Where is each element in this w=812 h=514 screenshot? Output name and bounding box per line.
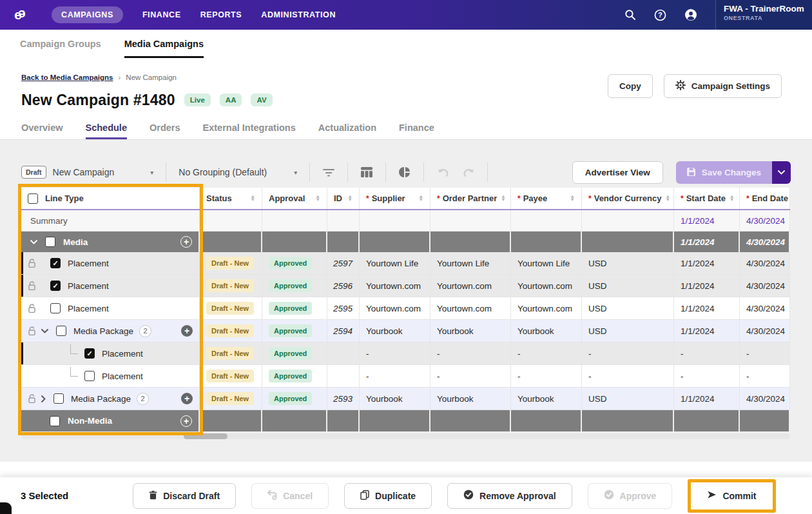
vendor-currency-cell[interactable]: USD: [582, 275, 674, 297]
nav-reports[interactable]: REPORTS: [200, 10, 242, 19]
sort-icon[interactable]: ▲▼: [415, 195, 423, 201]
grid-row-child-placement[interactable]: ✓ Placement Draft - New Approved - - - -…: [21, 342, 790, 365]
col-header-start-date[interactable]: *Start Date▲▼: [674, 188, 740, 209]
commit-button[interactable]: Commit: [691, 483, 771, 509]
start-date-cell[interactable]: 1/1/2024: [674, 252, 740, 274]
order-partner-cell[interactable]: -: [430, 342, 511, 364]
col-header-supplier[interactable]: *Supplier▲▼: [360, 188, 430, 209]
col-header-id[interactable]: ID▲▼: [327, 188, 360, 209]
order-partner-cell[interactable]: Yourtown.com: [430, 275, 511, 297]
vendor-currency-cell[interactable]: USD: [582, 320, 674, 342]
media-group-row[interactable]: Media + 1/1/2024 4/30/2024: [21, 232, 790, 252]
approval-cell[interactable]: Approved: [262, 365, 327, 387]
grouping-select[interactable]: No Grouping (Default) ▾: [172, 167, 304, 177]
scrollbar-thumb[interactable]: [184, 433, 227, 439]
help-icon[interactable]: ?: [654, 9, 666, 21]
col-header-end-date[interactable]: *End Date: [740, 188, 790, 209]
order-partner-cell[interactable]: Yourbook: [430, 388, 511, 410]
chevron-right-icon[interactable]: [41, 395, 46, 402]
supplier-cell[interactable]: Yourtown Life: [360, 252, 430, 274]
supplier-cell[interactable]: Yourtown.com: [360, 275, 430, 297]
tab-orders[interactable]: Orders: [150, 123, 180, 139]
start-date-cell[interactable]: 1/1/2024: [674, 320, 740, 342]
grid-row-placement-2597[interactable]: ✓ Placement Draft - New Approved 2597 Yo…: [21, 252, 790, 275]
approval-cell[interactable]: Approved: [262, 252, 327, 274]
payee-cell[interactable]: -: [511, 342, 582, 364]
remove-approval-button[interactable]: Remove Approval: [447, 483, 572, 509]
select-all-checkbox[interactable]: [28, 193, 38, 204]
row-checkbox[interactable]: [53, 393, 64, 404]
sort-icon[interactable]: ▲▼: [344, 195, 353, 201]
copy-button[interactable]: Copy: [608, 74, 653, 98]
add-line-icon[interactable]: +: [180, 415, 192, 427]
row-checkbox[interactable]: ✓: [50, 281, 61, 291]
supplier-cell[interactable]: Yourbook: [360, 388, 430, 410]
discard-draft-button[interactable]: Discard Draft: [133, 483, 236, 509]
col-header-payee[interactable]: *Payee▲▼: [511, 188, 582, 209]
payee-cell[interactable]: -: [511, 365, 582, 387]
vendor-currency-cell[interactable]: USD: [582, 297, 674, 319]
add-line-icon[interactable]: +: [181, 325, 193, 337]
filter-icon[interactable]: [316, 162, 342, 183]
pie-chart-icon[interactable]: [392, 162, 418, 183]
user-profile-icon[interactable]: [684, 8, 697, 21]
app-logo-icon[interactable]: ee: [14, 7, 40, 23]
grid-row-media-package-2594[interactable]: Media Package 2 + Draft - New Approved 2…: [21, 320, 790, 342]
order-partner-cell[interactable]: -: [430, 365, 511, 387]
payee-cell[interactable]: Yourbook: [511, 320, 582, 342]
advertiser-view-button[interactable]: Advertiser View: [572, 161, 663, 184]
save-changes-button[interactable]: Save Changes: [676, 161, 772, 184]
nav-administration[interactable]: ADMINISTRATION: [261, 10, 336, 19]
tab-external-integrations[interactable]: External Integrations: [203, 123, 296, 139]
status-cell[interactable]: Draft - New: [200, 297, 262, 319]
approval-cell[interactable]: Approved: [262, 388, 327, 410]
approval-cell[interactable]: Approved: [262, 342, 327, 364]
payee-cell[interactable]: Yourbook: [511, 388, 582, 410]
order-partner-cell[interactable]: Yourbook: [430, 320, 511, 342]
row-checkbox[interactable]: [56, 326, 66, 336]
approval-cell[interactable]: Approved: [262, 275, 327, 297]
save-options-dropdown[interactable]: [772, 161, 791, 184]
end-date-cell[interactable]: 4/30/2024: [740, 297, 790, 319]
start-date-cell[interactable]: 1/1/2024: [674, 275, 740, 297]
payee-cell[interactable]: Yourtown.com: [511, 297, 582, 319]
search-icon[interactable]: [624, 9, 636, 21]
vendor-currency-cell[interactable]: USD: [582, 252, 674, 274]
col-header-line-type[interactable]: Line Type: [21, 188, 200, 209]
col-header-status[interactable]: Status▲▼: [200, 188, 262, 209]
end-date-cell[interactable]: 4/30/2024: [740, 275, 790, 297]
status-cell[interactable]: Draft - New: [200, 365, 262, 387]
order-partner-cell[interactable]: Yourtown.com: [430, 297, 511, 319]
chevron-down-icon[interactable]: [41, 329, 48, 333]
nav-finance[interactable]: FINANCE: [142, 10, 181, 19]
supplier-cell[interactable]: -: [360, 365, 430, 387]
sort-icon[interactable]: ▲▼: [312, 195, 320, 201]
columns-icon[interactable]: [354, 162, 380, 183]
add-line-icon[interactable]: +: [181, 393, 193, 404]
start-date-cell[interactable]: 1/1/2024: [674, 297, 740, 319]
end-date-cell[interactable]: 4/30/2024: [740, 252, 790, 274]
sort-icon[interactable]: ▲▼: [497, 195, 505, 201]
non-media-group-checkbox[interactable]: [50, 416, 60, 426]
nav-campaigns[interactable]: CAMPAIGNS: [52, 6, 123, 23]
end-date-cell[interactable]: -: [740, 365, 790, 387]
status-cell[interactable]: Draft - New: [200, 388, 262, 410]
payee-cell[interactable]: Yourtown Life: [511, 252, 582, 274]
tab-media-campaigns[interactable]: Media Campaigns: [124, 39, 204, 58]
col-header-approval[interactable]: Approval▲▼: [262, 188, 327, 209]
sort-icon[interactable]: ▲▼: [566, 195, 575, 201]
sort-icon[interactable]: ▲▼: [661, 195, 670, 201]
row-checkbox[interactable]: [84, 371, 95, 381]
col-header-vendor-currency[interactable]: *Vendor Currency▲▼: [582, 188, 674, 209]
status-cell[interactable]: Draft - New: [200, 275, 262, 297]
media-group-checkbox[interactable]: [45, 237, 55, 247]
start-date-cell[interactable]: 1/1/2024: [674, 388, 740, 410]
end-date-cell[interactable]: 4/30/2024: [740, 388, 790, 410]
approval-cell[interactable]: Approved: [262, 297, 327, 319]
sort-icon[interactable]: ▲▼: [726, 195, 734, 201]
start-date-cell[interactable]: -: [674, 342, 740, 364]
order-partner-cell[interactable]: Yourtown Life: [430, 252, 511, 274]
add-line-icon[interactable]: +: [180, 236, 192, 248]
row-checkbox[interactable]: ✓: [84, 348, 95, 359]
tab-overview[interactable]: Overview: [21, 123, 63, 139]
